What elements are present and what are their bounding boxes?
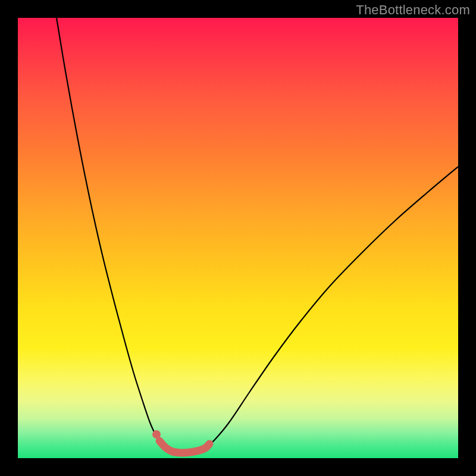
chart-frame: TheBottleneck.com [0, 0, 476, 476]
highlight-segment [159, 441, 209, 453]
highlight-dot [152, 430, 161, 439]
curve-layer [18, 18, 458, 458]
bottleneck-curve-right [205, 167, 458, 448]
plot-area [18, 18, 458, 458]
watermark-text: TheBottleneck.com [356, 2, 470, 18]
bottleneck-curve-left [57, 18, 165, 447]
